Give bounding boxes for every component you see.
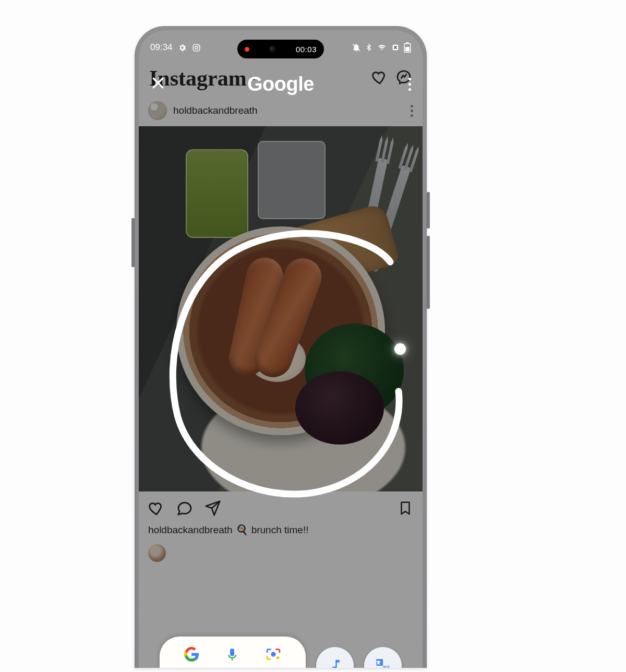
caption-emoji: 🍳 (236, 524, 248, 536)
bookmark-button[interactable] (398, 500, 413, 519)
post-image[interactable] (139, 126, 423, 491)
post-actions (139, 491, 423, 524)
like-button[interactable] (148, 500, 165, 519)
lens-translate-button[interactable] (364, 647, 402, 668)
recording-elapsed: 00:03 (296, 45, 317, 54)
lens-close-button[interactable] (150, 75, 166, 93)
dynamic-island[interactable]: 00:03 (237, 40, 324, 58)
bell-muted-icon (352, 43, 361, 52)
share-button[interactable] (204, 500, 221, 519)
statusbar-time: 09:34 (150, 42, 173, 53)
phone-power-button (427, 192, 430, 229)
phone-screen: Instagram holdbackandbreath (139, 30, 423, 668)
caption-text: brunch time!! (251, 524, 309, 536)
caption-username[interactable]: holdbackandbreath (148, 524, 233, 536)
lens-bottom-toolbar (139, 632, 423, 668)
phone-side-button (427, 236, 430, 309)
translate-icon (374, 657, 392, 668)
lens-selection-endpoint[interactable] (394, 343, 406, 355)
lens-music-button[interactable] (316, 647, 354, 668)
drink-glass-green (186, 149, 248, 238)
recording-indicator-icon (245, 47, 249, 52)
svg-point-8 (271, 652, 275, 656)
front-camera-icon (269, 46, 275, 52)
lens-more-button[interactable] (408, 78, 411, 91)
svg-point-1 (195, 46, 198, 49)
post-author-avatar[interactable] (148, 101, 167, 120)
svg-rect-6 (406, 42, 409, 44)
bluetooth-icon (365, 43, 372, 52)
svg-point-2 (198, 45, 199, 46)
drink-glass-water (258, 141, 326, 219)
self-avatar (148, 544, 166, 562)
wifi-icon (377, 43, 387, 52)
camera-lens-icon[interactable] (265, 646, 282, 664)
post-more-button[interactable] (411, 105, 413, 117)
music-note-icon (327, 657, 343, 668)
svg-rect-7 (405, 47, 410, 52)
instagram-status-icon (192, 43, 201, 52)
lens-search-pill[interactable] (160, 637, 306, 668)
instagram-app: Instagram holdbackandbreath (139, 30, 423, 668)
svg-point-9 (276, 656, 279, 659)
battery-icon (404, 42, 411, 53)
add-comment-row[interactable] (139, 541, 423, 583)
microphone-icon[interactable] (225, 646, 239, 665)
lens-topbar: Google (139, 66, 423, 102)
post-caption: holdbackandbreath 🍳 brunch time!! (139, 524, 423, 541)
post-author-username[interactable]: holdbackandbreath (173, 105, 258, 116)
settings-gear-icon (178, 43, 187, 52)
phone-frame: Instagram holdbackandbreath (135, 26, 427, 668)
google-logo: Google (247, 73, 314, 95)
food-beet-greens (295, 371, 384, 445)
mobile-data-icon (391, 43, 400, 52)
google-g-icon[interactable] (184, 646, 199, 664)
svg-rect-0 (193, 44, 200, 51)
comment-button[interactable] (176, 500, 193, 519)
